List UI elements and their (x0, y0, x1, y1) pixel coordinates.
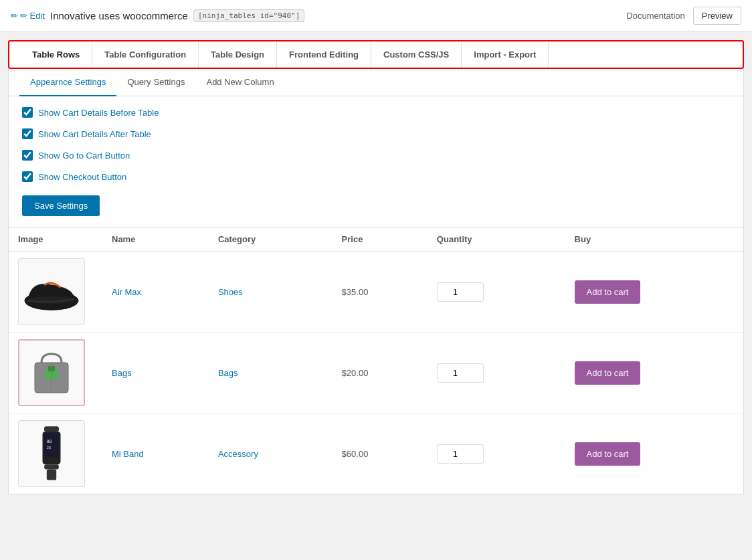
col-header-buy: Buy (565, 227, 743, 252)
product-table: Image Name Category Price Quantity Buy A… (9, 227, 743, 494)
quantity-input[interactable] (437, 363, 484, 383)
add-to-cart-button[interactable]: Add to cart (575, 361, 641, 385)
label-show-checkout[interactable]: Show Checkout Button (38, 172, 126, 182)
product-image-cell: 08 25 (9, 413, 102, 494)
table-row: 08 25 Mi BandAccessory$60.00Add to cart (9, 413, 743, 494)
checkbox-row-before: Show Cart Details Before Table (22, 107, 730, 118)
checkbox-row-checkout: Show Checkout Button (22, 171, 730, 182)
top-bar-right: Documentation Preview (626, 7, 741, 25)
svg-text:25: 25 (47, 446, 51, 450)
table-row: Air MaxShoes$35.00Add to cart (9, 252, 743, 333)
label-show-after[interactable]: Show Cart Details After Table (38, 129, 151, 139)
quantity-input[interactable] (437, 282, 484, 302)
inner-tab-bar: Appearnce Settings Query Settings Add Ne… (9, 69, 743, 96)
product-price-cell: $60.00 (333, 413, 428, 494)
pencil-icon: ✏ (11, 11, 18, 21)
shoe-svg (21, 265, 82, 318)
product-quantity-cell (428, 413, 565, 494)
svg-rect-13 (44, 427, 59, 432)
tab-table-design[interactable]: Table Design (199, 41, 277, 68)
label-show-before[interactable]: Show Cart Details Before Table (38, 108, 159, 118)
checkbox-row-cart: Show Go to Cart Button (22, 150, 730, 161)
product-image-box: 08 25 (18, 420, 85, 487)
product-category-link[interactable]: Accessory (218, 449, 258, 459)
product-buy-cell: Add to cart (565, 413, 743, 494)
product-name-cell: Bags (102, 333, 209, 413)
add-to-cart-button[interactable]: Add to cart (575, 442, 641, 466)
product-name-link[interactable]: Mi Band (112, 449, 144, 459)
product-price: $20.00 (342, 368, 369, 378)
col-header-quantity: Quantity (428, 227, 565, 252)
product-price: $60.00 (342, 449, 369, 459)
top-bar: ✏ ✏ Edit Innovative uses woocommerce [ni… (0, 0, 752, 32)
product-category-link[interactable]: Bags (218, 368, 238, 378)
product-price: $35.00 (342, 287, 369, 297)
quantity-input[interactable] (437, 444, 484, 464)
band-svg: 08 25 (28, 424, 75, 484)
tab-custom-css-js[interactable]: Custom CSS/JS (371, 41, 462, 68)
settings-area: Show Cart Details Before Table Show Cart… (9, 96, 743, 227)
product-price-cell: $35.00 (333, 252, 428, 333)
inner-tab-query[interactable]: Query Settings (116, 69, 195, 96)
tab-table-rows[interactable]: Table Rows (20, 41, 92, 68)
product-name-link[interactable]: Air Max (112, 287, 141, 297)
svg-text:08: 08 (47, 439, 52, 444)
save-settings-button[interactable]: Save Settings (22, 195, 100, 216)
col-header-price: Price (333, 227, 428, 252)
product-category-cell: Accessory (209, 413, 333, 494)
product-name-cell: Air Max (102, 252, 209, 333)
bag-svg (25, 346, 78, 399)
product-name-link[interactable]: Bags (112, 368, 132, 378)
product-image-cell (9, 252, 102, 333)
documentation-link[interactable]: Documentation (626, 11, 684, 21)
checkbox-show-cart[interactable] (22, 150, 33, 161)
col-header-name: Name (102, 227, 209, 252)
product-buy-cell: Add to cart (565, 252, 743, 333)
checkbox-show-after[interactable] (22, 128, 33, 139)
product-image-box (18, 339, 85, 406)
tab-frontend-editing[interactable]: Frontend Editing (277, 41, 371, 68)
col-header-category: Category (209, 227, 333, 252)
top-bar-left: ✏ ✏ Edit Innovative uses woocommerce [ni… (11, 9, 304, 22)
product-image-box (18, 258, 85, 325)
shortcode-badge: [ninja_tables id="940"] (193, 9, 304, 22)
table-header-row: Image Name Category Price Quantity Buy (9, 227, 743, 252)
preview-button[interactable]: Preview (693, 7, 741, 25)
add-to-cart-button[interactable]: Add to cart (575, 280, 641, 304)
svg-rect-14 (47, 469, 56, 480)
table-row: BagsBags$20.00Add to cart (9, 333, 743, 413)
product-name-cell: Mi Band (102, 413, 209, 494)
tab-import-export[interactable]: Import - Export (462, 41, 549, 68)
page-title: Innovative uses woocommerce (50, 10, 188, 21)
tab-table-configuration[interactable]: Table Configuration (92, 41, 199, 68)
inner-tab-appearance[interactable]: Appearnce Settings (19, 69, 116, 96)
inner-tab-add-column[interactable]: Add New Column (195, 69, 284, 96)
product-category-cell: Shoes (209, 252, 333, 333)
product-price-cell: $20.00 (333, 333, 428, 413)
content-area: Appearnce Settings Query Settings Add Ne… (8, 69, 744, 494)
checkbox-row-after: Show Cart Details After Table (22, 128, 730, 139)
svg-rect-12 (44, 464, 59, 469)
product-quantity-cell (428, 252, 565, 333)
product-image-cell (9, 333, 102, 413)
main-tab-bar: Table Rows Table Configuration Table Des… (8, 40, 744, 69)
product-buy-cell: Add to cart (565, 333, 743, 413)
edit-label: ✏ Edit (20, 11, 45, 21)
product-category-cell: Bags (209, 333, 333, 413)
col-header-image: Image (9, 227, 102, 252)
product-category-link[interactable]: Shoes (218, 287, 243, 297)
checkbox-show-before[interactable] (22, 107, 33, 118)
product-quantity-cell (428, 333, 565, 413)
label-show-cart[interactable]: Show Go to Cart Button (38, 151, 130, 161)
checkbox-show-checkout[interactable] (22, 171, 33, 182)
edit-link[interactable]: ✏ ✏ Edit (11, 11, 45, 21)
